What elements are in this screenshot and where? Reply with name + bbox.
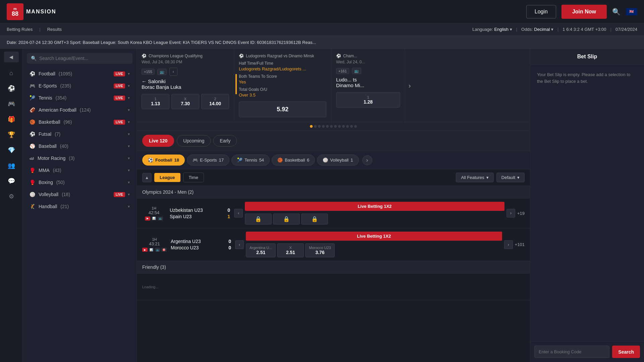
booking-row: Search	[530, 341, 644, 362]
match-row-argentina-morocco: 1H 43:21 ▶ 📊 📺 🎯 Argentina U23 0 Morocco…	[137, 228, 530, 261]
card1-prev[interactable]: ‹	[169, 68, 177, 76]
match1-locked-2: 🔒	[301, 214, 328, 225]
login-button[interactable]: Login	[526, 5, 556, 18]
sidebar-item-home[interactable]: ⌂	[4, 66, 19, 80]
match1-nav-next[interactable]: ›	[506, 209, 515, 218]
card3-odd-1[interactable]: 1 1.28	[336, 92, 400, 108]
booking-code-input[interactable]	[534, 346, 609, 358]
sport-tab-football[interactable]: ⚽ Football 18	[142, 155, 185, 166]
match2-nav-prev[interactable]: ‹	[235, 240, 244, 249]
match1-plus-count: +19	[517, 211, 525, 216]
dot-2[interactable]	[314, 125, 317, 128]
american-football-icon: 🏈	[30, 107, 35, 113]
dot-8[interactable]	[338, 125, 341, 128]
football-live-badge: LIVE	[114, 71, 125, 76]
dot-9[interactable]	[342, 125, 345, 128]
dot-12[interactable]	[354, 125, 357, 128]
sidebar-item-esports[interactable]: 🎮 E-Sports (235) LIVE ▾	[27, 80, 132, 92]
match1-nav-prev[interactable]: ‹	[234, 209, 243, 218]
sport-tab-volleyball[interactable]: 🏐 Volleyball 1	[317, 155, 359, 166]
dot-4[interactable]	[322, 125, 325, 128]
logo-text: MANSION	[26, 9, 56, 15]
tennis-icon: 🎾	[30, 95, 35, 101]
tab-upcoming[interactable]: Upcoming	[177, 135, 211, 146]
default-dropdown[interactable]: Default ▾	[496, 173, 525, 182]
language-flag[interactable]: 🇬🇧	[626, 8, 637, 15]
match1-live-betting-bar[interactable]: Live Betting 1X2	[245, 202, 504, 211]
filter-league-tab[interactable]: League	[154, 173, 180, 182]
time-info: 1 6:4 3:2 4 GMT +3:00	[562, 27, 606, 32]
tab-early[interactable]: Early	[213, 135, 237, 146]
match2-teams: Argentina U23 0 Morocco U23 0	[171, 239, 231, 250]
sidebar-item-baseball[interactable]: ⚾ Baseball (40) ▾	[27, 140, 132, 152]
match1-locked-x: 🔒	[273, 214, 300, 225]
sidebar-item-futsal[interactable]: ⚽ Futsal (7) ▾	[27, 128, 132, 140]
card2-odd[interactable]: 5.92	[239, 102, 326, 117]
sidebar-item-referral[interactable]: 👥	[4, 158, 19, 173]
dot-11[interactable]	[350, 125, 353, 128]
bet-slip-empty-text: Your Bet Slip is empty. Please add a sel…	[530, 65, 644, 91]
dot-6[interactable]	[330, 125, 333, 128]
match2-odd-1[interactable]: Argentina U... 2.51	[246, 243, 276, 257]
card1-odd-2[interactable]: 2 14.00	[201, 94, 229, 109]
dot-10[interactable]	[346, 125, 349, 128]
match2-odd-x[interactable]: X 2.51	[277, 243, 304, 257]
carousel-next[interactable]: ›	[405, 49, 414, 122]
sidebar-item-chat[interactable]: 💬	[4, 174, 19, 188]
sidebar-item-football[interactable]: ⚽ Football (1095) LIVE ▾	[27, 68, 132, 80]
join-now-button[interactable]: Join Now	[561, 5, 607, 19]
icon-sidebar: ◀ ⌂ ⚽ 🎮 🎁 🏆 💎 👥 💬 ⚙	[0, 49, 23, 362]
sidebar-item-american-football[interactable]: 🏈 American Football (124) ▾	[27, 104, 132, 116]
match2-nav-next[interactable]: ›	[504, 240, 513, 249]
search-icon[interactable]: 🔍	[612, 8, 621, 16]
booking-search-button[interactable]: Search	[612, 346, 640, 358]
search-input[interactable]	[39, 56, 128, 61]
volleyball-tab-icon: 🏐	[323, 158, 328, 163]
match1-teams: Uzbekistan U23 0 Spain U23 1	[170, 207, 230, 219]
sidebar-item-basketball[interactable]: 🏀 Basketball (96) LIVE ▾	[27, 116, 132, 128]
card1-odd-x[interactable]: X 7.30	[171, 94, 199, 109]
match2-live-betting-bar[interactable]: Live Betting 1X2	[246, 232, 502, 241]
results-link[interactable]: Results	[47, 27, 62, 32]
sport-tab-esports[interactable]: 🎮 E-Sports 17	[187, 155, 229, 166]
sidebar-item-vip[interactable]: 💎	[4, 143, 19, 158]
match2-odd-2[interactable]: Morocco U23 3.76	[305, 243, 334, 257]
card1-odd-1[interactable]: 1 1.13	[142, 94, 169, 109]
dot-7[interactable]	[334, 125, 337, 128]
sidebar-item-trophy[interactable]: 🏆	[4, 127, 19, 142]
sidebar-item-boxing[interactable]: 🥊 Boxing (50) ▾	[27, 176, 132, 188]
betting-rules-link[interactable]: Betting Rules	[7, 27, 33, 32]
card1-date: Wed, Jul 24, 08:30 PM	[142, 60, 229, 64]
sport-tab-basketball[interactable]: 🏀 Basketball 6	[272, 155, 315, 166]
sidebar-item-motor-racing[interactable]: 🏎 Motor Racing (3) ▾	[27, 152, 132, 164]
collapse-filter-btn[interactable]: ▲	[142, 173, 152, 182]
sport-tabs-next[interactable]: ›	[362, 155, 372, 165]
sidebar-collapse-toggle[interactable]: ◀	[4, 52, 19, 62]
ticker-text: Date: 2024-07-24 12:30 GMT+3 Sport: Base…	[7, 40, 316, 45]
search-bar[interactable]: 🔍	[27, 53, 132, 64]
match2-odds-area: ‹ Live Betting 1X2 Argentina U... 2.51 X…	[235, 232, 525, 257]
dot-1[interactable]	[310, 125, 313, 128]
sport-tab-tennis[interactable]: 🎾 Tennis 54	[231, 155, 270, 166]
sport-type-tabs: ⚽ Football 18 🎮 E-Sports 17 🎾 Tennis 54 …	[137, 151, 530, 169]
match-card-2: ⚽ Ludogorets Razgrad vs Dinamo Minsk Hal…	[234, 49, 331, 122]
match-card-1: ⚽ Champions League Qualifying Wed, Jul 2…	[137, 49, 234, 122]
friendly-league-name: Friendly (3)	[142, 264, 166, 270]
dot-5[interactable]	[326, 125, 329, 128]
all-features-dropdown[interactable]: All Features ▾	[456, 173, 493, 182]
odds-label: Odds: Decimal ▾	[521, 27, 553, 32]
sidebar-item-mma[interactable]: 🥊 MMA (43) ▾	[27, 164, 132, 176]
filter-time-tab[interactable]: Time	[183, 173, 204, 182]
sidebar-item-promotions[interactable]: 🎁	[4, 112, 19, 127]
sidebar-item-tennis[interactable]: 🎾 Tennis (354) LIVE ▾	[27, 92, 132, 104]
sidebar-item-sports[interactable]: ⚽	[4, 81, 19, 96]
dot-3[interactable]	[318, 125, 321, 128]
section-tabs: Live 120 Upcoming Early	[137, 131, 530, 151]
sidebar-item-handball[interactable]: 🤾 Handball (21) ▾	[27, 200, 132, 213]
sidebar-item-volleyball[interactable]: 🏐 Volleyball (18) LIVE ▾	[27, 188, 132, 200]
sidebar-item-esports[interactable]: 🎮	[4, 97, 19, 111]
sidebar-item-settings[interactable]: ⚙	[4, 189, 19, 204]
tab-live[interactable]: Live 120	[142, 135, 174, 147]
baseball-icon: ⚾	[30, 143, 35, 149]
sub-header-links: Betting Rules | Results	[7, 27, 62, 32]
